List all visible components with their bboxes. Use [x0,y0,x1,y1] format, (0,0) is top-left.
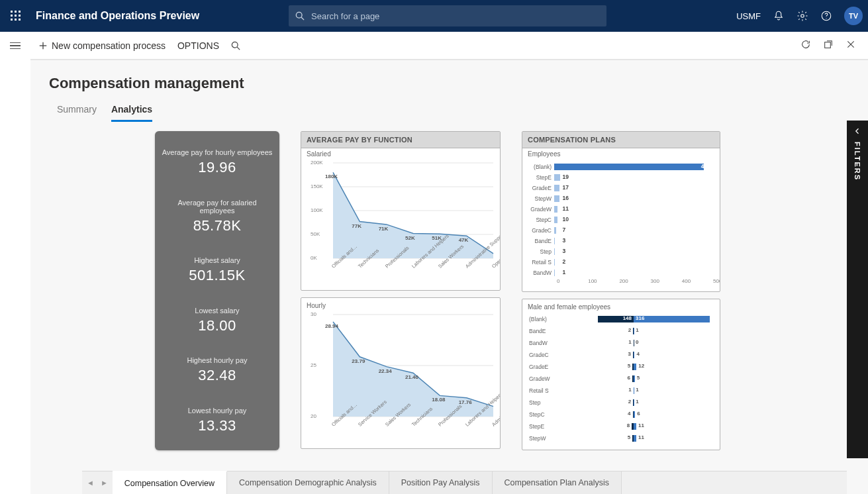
kpi-label: Average pay for salaried employees [162,199,273,215]
bar-category: StepE [529,174,554,181]
male-female-bar-chart[interactable]: (Blank) 148 316 BandE 2 1 BandW 1 0 Grad… [522,311,720,450]
bar-category: BandW [529,270,554,276]
bar-category: Step [529,399,554,406]
options-button[interactable]: OPTIONS [177,40,219,51]
kpi-label: Highest hourly pay [162,356,273,364]
options-label: OPTIONS [177,40,219,51]
svg-rect-8 [19,19,21,21]
avg-pay-hourly-panel[interactable]: Hourly 20253028.9423.7922.3421.4018.0817… [301,297,501,449]
svg-rect-1 [15,11,17,13]
company-picker[interactable]: USMF [736,11,761,21]
tab-analytics[interactable]: Analytics [111,101,152,122]
plus-icon [38,41,48,50]
hourly-chart[interactable]: 20253028.9423.7922.3421.4018.0817.76Offi… [301,309,500,448]
svg-rect-7 [15,19,17,21]
bar-category: (Blank) [529,164,554,170]
svg-rect-3 [11,15,13,17]
bar-category: GradeE [529,364,554,370]
bar-category: StepC [529,217,554,223]
bar-category: Retail S [529,387,554,394]
bar-category: StepW [529,195,554,202]
kpi-label: Average pay for hourly employees [162,148,273,156]
svg-rect-4 [15,15,17,17]
bar-category: BandE [529,238,554,244]
avatar[interactable]: TV [844,7,863,25]
kpi-value: 18.00 [162,317,273,334]
new-process-label: New compensation process [52,40,166,51]
search-input[interactable] [310,11,600,22]
global-search[interactable] [289,5,606,26]
app-launcher-icon[interactable] [0,0,32,32]
kpi-value: 19.96 [162,159,273,176]
panel-header: COMPENSATION PLANS [522,132,720,148]
male-female-panel[interactable]: Male and female employees (Blank) 148 31… [522,299,720,450]
svg-point-16 [232,42,238,48]
btab-position[interactable]: Position Pay Analysis [389,471,493,494]
tab-nav-prev[interactable]: ◄ [85,479,96,487]
new-compensation-process-button[interactable]: New compensation process [38,40,166,51]
bar-category: BandW [529,340,554,346]
close-icon[interactable] [845,39,856,52]
panel-sub-emp: Employees [522,148,720,158]
svg-point-13 [826,18,826,19]
svg-rect-18 [825,42,831,48]
app-title: Finance and Operations Preview [36,10,199,22]
action-search-button[interactable] [231,41,240,50]
compensation-plans-panel[interactable]: COMPENSATION PLANS Employees (Blank) 470… [522,131,720,292]
avg-pay-panel[interactable]: AVERAGE PAY BY FUNCTION Salaried 0K50K10… [301,131,501,291]
svg-line-17 [237,47,240,50]
svg-line-10 [301,17,304,20]
panel-sub-salaried: Salaried [301,148,500,158]
search-icon [295,11,305,21]
tab-summary[interactable]: Summary [57,101,97,122]
bar-category: GradeE [529,185,554,191]
bar-category: StepC [529,411,554,418]
panel-sub-hourly: Hourly [301,298,500,309]
kpi-card: Average pay for hourly employees19.96Ave… [155,131,279,450]
kpi-label: Lowest hourly pay [162,407,273,415]
kpi-value: 501.15K [162,267,273,284]
bar-category: StepW [529,435,554,442]
page-title: Compensation management [49,75,849,92]
employees-bar-chart[interactable]: (Blank) 470StepE 19GradeE 17StepW 16Grad… [522,158,720,291]
bar-category: StepE [529,423,554,430]
bar-category: GradeW [529,206,554,213]
btab-overview[interactable]: Compensation Overview [113,471,227,494]
bar-category: GradeW [529,375,554,382]
notifications-icon[interactable] [773,10,785,22]
filters-tab[interactable]: FILTERS [847,121,868,458]
bar-category: GradeC [529,352,554,358]
btab-demographic[interactable]: Compensation Demographic Analysis [227,471,389,494]
bar-category: GradeC [529,227,554,234]
kpi-value: 13.33 [162,417,273,434]
kpi-label: Highest salary [162,256,273,264]
kpi-label: Lowest salary [162,307,273,315]
svg-point-11 [801,15,804,18]
svg-rect-0 [11,11,13,13]
btab-plan[interactable]: Compensation Plan Analysis [493,471,622,494]
report-tabs: ◄► Compensation Overview Compensation De… [82,471,847,494]
help-icon[interactable] [820,10,832,22]
svg-rect-6 [11,19,13,21]
refresh-icon[interactable] [800,39,811,52]
bar-category: BandE [529,328,554,334]
panel-header: AVERAGE PAY BY FUNCTION [301,132,500,148]
kpi-value: 32.48 [162,367,273,384]
nav-hamburger[interactable] [0,32,30,60]
search-icon [231,41,240,50]
bar-category: Step [529,248,554,255]
bar-category: Retail S [529,259,554,266]
chevron-left-icon [853,127,861,135]
settings-gear-icon[interactable] [796,10,808,22]
filters-label: FILTERS [853,142,861,181]
salaried-chart[interactable]: 0K50K100K150K200K180K77K71K52K51K47KOffi… [301,158,500,290]
svg-point-9 [296,12,302,18]
tab-nav-next[interactable]: ► [99,479,110,487]
svg-rect-5 [19,15,21,17]
panel-sub-mf: Male and female employees [522,299,720,311]
svg-rect-2 [19,11,21,13]
bar-category: (Blank) [529,316,554,322]
kpi-value: 85.78K [162,217,273,234]
popout-icon[interactable] [823,39,834,52]
